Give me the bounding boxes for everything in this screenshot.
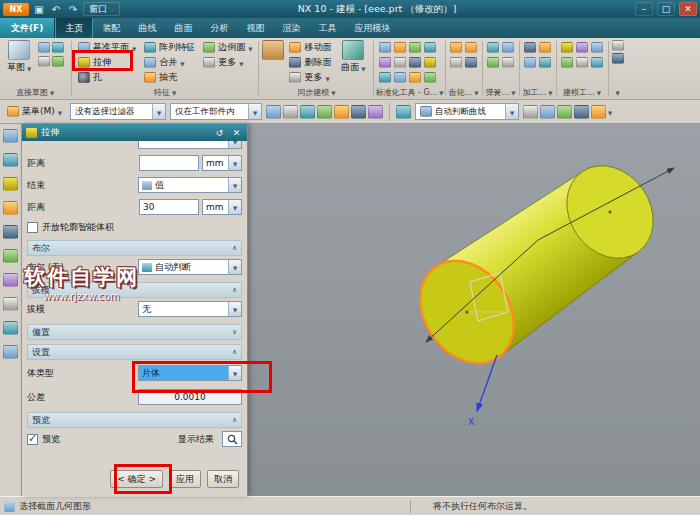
start-distance-field[interactable] bbox=[139, 155, 199, 171]
quadrant-point-icon[interactable] bbox=[368, 105, 383, 119]
gear-tool-icon[interactable] bbox=[450, 57, 462, 68]
standard-tool-icon[interactable] bbox=[379, 57, 391, 68]
highlight-selection-icon[interactable] bbox=[557, 105, 572, 119]
standard-tool-icon[interactable] bbox=[424, 42, 436, 53]
standard-tool-icon[interactable] bbox=[409, 72, 421, 83]
wcs-toggle-icon[interactable] bbox=[591, 105, 606, 119]
dialog-close-icon[interactable]: ✕ bbox=[230, 127, 243, 139]
chevron-down-icon[interactable] bbox=[608, 107, 612, 117]
section-draft[interactable]: 拔模∧ bbox=[27, 282, 242, 298]
selection-filter-dropdown[interactable]: 没有选择过滤器 bbox=[70, 103, 166, 120]
dropdown-button[interactable] bbox=[152, 104, 165, 119]
dropdown-button[interactable] bbox=[228, 200, 241, 214]
body-type-dropdown[interactable]: 片体 bbox=[138, 365, 242, 381]
cancel-button[interactable]: 取消 bbox=[207, 470, 239, 488]
tab-application[interactable]: 应用模块 bbox=[345, 18, 399, 38]
menu-button[interactable]: 菜单(M) bbox=[3, 103, 66, 121]
section-preview[interactable]: 预览∧ bbox=[27, 412, 242, 428]
group-label-modeling-tools[interactable]: 建模工... bbox=[558, 86, 607, 99]
dropdown-button[interactable] bbox=[228, 260, 241, 274]
tab-view[interactable]: 视图 bbox=[237, 18, 273, 38]
tab-home[interactable]: 主页 bbox=[55, 18, 93, 38]
unit-dropdown[interactable]: mm bbox=[202, 155, 242, 171]
solid-body-icon[interactable] bbox=[396, 105, 411, 119]
sketch-button[interactable]: 草图 bbox=[2, 40, 36, 74]
dropdown-button[interactable] bbox=[228, 178, 241, 192]
window-menu-button[interactable]: 窗口 bbox=[83, 2, 120, 16]
modeling-tool-icon[interactable] bbox=[561, 57, 573, 68]
machining-tool-icon[interactable] bbox=[524, 57, 536, 68]
machining-tool-icon[interactable] bbox=[539, 57, 551, 68]
snap-toggle-icon[interactable] bbox=[574, 105, 589, 119]
boolean-dropdown[interactable]: 自动判断 bbox=[138, 259, 242, 275]
snap-point-icon[interactable] bbox=[266, 105, 281, 119]
show-result-button[interactable] bbox=[222, 431, 242, 447]
dialog-header[interactable]: 拉伸 ↺ ✕ bbox=[22, 124, 247, 141]
maximize-button[interactable]: □ bbox=[657, 2, 675, 16]
tab-render[interactable]: 渲染 bbox=[273, 18, 309, 38]
finish-sketch-icon[interactable] bbox=[52, 56, 64, 67]
follow-fillet-icon[interactable] bbox=[540, 105, 555, 119]
ok-button[interactable]: < 确定 > bbox=[110, 470, 163, 488]
dropdown-button[interactable] bbox=[228, 156, 241, 170]
dropdown-button[interactable] bbox=[228, 141, 241, 148]
part-navigator-icon[interactable] bbox=[3, 177, 18, 191]
unite-button[interactable]: 合并 bbox=[141, 55, 198, 70]
modeling-tool-icon[interactable] bbox=[591, 42, 603, 53]
sketch-dimension-icon[interactable] bbox=[38, 56, 50, 67]
hd3d-tools-icon[interactable] bbox=[3, 225, 18, 239]
arc-center-icon[interactable] bbox=[351, 105, 366, 119]
gear-tool-icon[interactable] bbox=[465, 42, 477, 53]
group-label-spring[interactable]: 弹簧... bbox=[484, 86, 518, 99]
dropdown-button[interactable] bbox=[248, 104, 261, 119]
dialog-reset-icon[interactable]: ↺ bbox=[213, 127, 226, 139]
datum-plane-button[interactable]: 基准平面 bbox=[75, 40, 139, 55]
roles-icon[interactable] bbox=[3, 345, 18, 359]
modeling-tool-icon[interactable] bbox=[576, 57, 588, 68]
apply-button[interactable]: 应用 bbox=[169, 470, 201, 488]
group-label-machining[interactable]: 加工... bbox=[521, 86, 555, 99]
synchronous-modeling-icon[interactable] bbox=[262, 40, 284, 60]
preview-checkbox[interactable] bbox=[27, 434, 38, 445]
hole-button[interactable]: 孔 bbox=[75, 70, 139, 85]
group-label-feature[interactable]: 特征 bbox=[73, 86, 257, 99]
gear-tool-icon[interactable] bbox=[450, 42, 462, 53]
tab-assembly[interactable]: 装配 bbox=[93, 18, 129, 38]
redo-icon[interactable]: ↷ bbox=[66, 3, 80, 16]
ribbon-overflow-icon[interactable] bbox=[612, 40, 624, 51]
pattern-feature-button[interactable]: 阵列特征 bbox=[141, 40, 198, 55]
spring-tool-icon[interactable] bbox=[487, 42, 499, 53]
mid-point-icon[interactable] bbox=[300, 105, 315, 119]
end-point-icon[interactable] bbox=[283, 105, 298, 119]
close-button[interactable]: ✕ bbox=[679, 2, 697, 16]
tab-file[interactable]: 文件(F) bbox=[0, 18, 55, 38]
tab-tools[interactable]: 工具 bbox=[309, 18, 345, 38]
gear-tool-icon[interactable] bbox=[465, 57, 477, 68]
move-face-button[interactable]: 移动面 bbox=[286, 40, 334, 55]
end-distance-field[interactable]: 30 bbox=[139, 199, 199, 215]
delete-face-button[interactable]: 删除面 bbox=[286, 55, 334, 70]
stop-at-intersection-icon[interactable] bbox=[523, 105, 538, 119]
dropdown-button[interactable] bbox=[505, 104, 518, 119]
curve-rule-dropdown[interactable]: 自动判断曲线 bbox=[415, 103, 519, 120]
section-settings[interactable]: 设置∧ bbox=[27, 344, 242, 360]
spring-tool-icon[interactable] bbox=[502, 42, 514, 53]
intersection-point-icon[interactable] bbox=[334, 105, 349, 119]
standard-tool-icon[interactable] bbox=[394, 72, 406, 83]
spring-tool-icon[interactable] bbox=[502, 57, 514, 68]
machining-tool-icon[interactable] bbox=[524, 42, 536, 53]
chevron-down-icon[interactable] bbox=[615, 88, 619, 97]
undo-icon[interactable]: ↶ bbox=[49, 3, 63, 16]
selection-scope-dropdown[interactable]: 仅在工作部件内 bbox=[170, 103, 262, 120]
modeling-tool-icon[interactable] bbox=[591, 57, 603, 68]
tab-analysis[interactable]: 分析 bbox=[201, 18, 237, 38]
standard-tool-icon[interactable] bbox=[379, 72, 391, 83]
system-materials-icon[interactable] bbox=[3, 321, 18, 335]
process-studio-icon[interactable] bbox=[3, 297, 18, 311]
shell-button[interactable]: 抽壳 bbox=[141, 70, 198, 85]
draft-dropdown[interactable]: 无 bbox=[138, 301, 242, 317]
ribbon-options-icon[interactable] bbox=[612, 53, 624, 64]
open-profile-checkbox[interactable] bbox=[27, 222, 38, 233]
feature-more-button[interactable]: 更多 bbox=[200, 55, 255, 70]
unit-dropdown[interactable]: mm bbox=[202, 199, 242, 215]
